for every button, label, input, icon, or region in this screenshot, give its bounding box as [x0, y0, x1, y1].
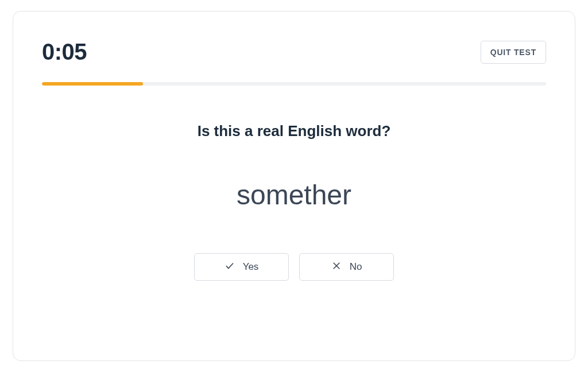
question-text: Is this a real English word?	[42, 122, 546, 140]
yes-label: Yes	[243, 261, 259, 273]
no-button[interactable]: No	[299, 253, 394, 281]
timer: 0:05	[42, 39, 87, 65]
test-card: 0:05 QUIT TEST Is this a real English wo…	[13, 11, 575, 361]
progress-fill	[42, 82, 143, 86]
x-icon	[331, 261, 342, 274]
progress-bar	[42, 82, 546, 86]
content: Is this a real English word? somether Ye…	[42, 122, 546, 281]
quit-button[interactable]: QUIT TEST	[481, 41, 546, 64]
check-icon	[225, 261, 235, 274]
answer-buttons: Yes No	[42, 253, 546, 281]
header: 0:05 QUIT TEST	[42, 39, 546, 65]
no-label: No	[350, 261, 362, 273]
word-text: somether	[42, 179, 546, 211]
yes-button[interactable]: Yes	[194, 253, 289, 281]
